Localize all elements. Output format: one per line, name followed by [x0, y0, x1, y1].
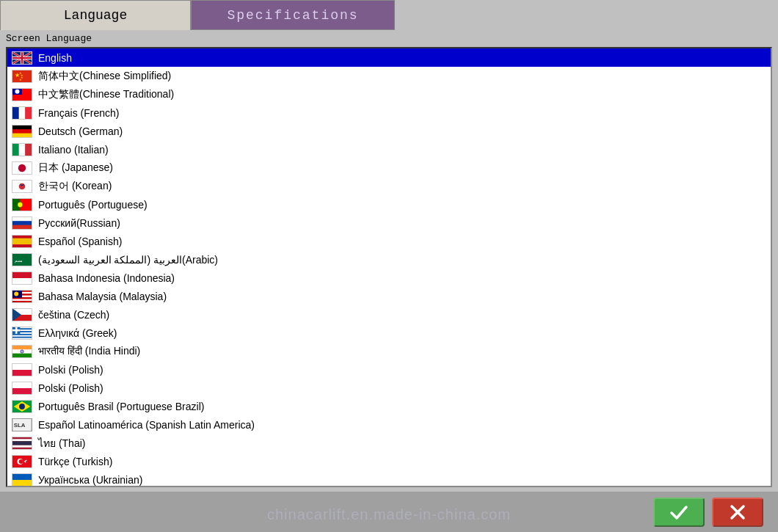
svg-rect-31 — [12, 238, 32, 244]
list-item[interactable]: English — [7, 48, 771, 67]
language-name: Русский(Russian) — [38, 217, 120, 229]
list-item[interactable]: Ελληνικά (Greek) — [7, 324, 771, 342]
language-name: Español Latinoamérica (Spanish Latin Ame… — [38, 419, 255, 431]
list-item[interactable]: भारतीय हिंदी (India Hindi) — [7, 342, 771, 360]
svg-rect-27 — [12, 216, 32, 221]
flag-icon: بسم — [12, 253, 32, 266]
svg-rect-16 — [12, 133, 32, 137]
svg-rect-28 — [12, 221, 32, 225]
flag-icon — [12, 180, 32, 193]
list-item[interactable]: ★★★★★简体中文(Chinese Simplified) — [7, 67, 771, 85]
flag-icon — [12, 272, 32, 285]
svg-rect-13 — [25, 106, 32, 119]
flag-icon — [12, 216, 32, 230]
svg-rect-30 — [12, 235, 32, 238]
language-name: Deutsch (German) — [38, 125, 123, 137]
svg-rect-79 — [12, 480, 32, 487]
list-item[interactable]: 日本 (Japanese) — [7, 158, 771, 177]
list-item[interactable]: Bahasa Malaysia (Malaysia) — [7, 287, 771, 305]
list-item[interactable]: Русский(Russian) — [7, 214, 771, 232]
svg-rect-62 — [12, 382, 32, 388]
list-item[interactable]: Bahasa Indonesia (Indonesia) — [7, 269, 771, 287]
list-item[interactable]: SLAEspañol Latinoamérica (Spanish Latin … — [7, 415, 771, 434]
language-name: Українська (Ukrainian) — [38, 474, 142, 486]
flag-icon — [12, 382, 32, 395]
svg-rect-72 — [12, 445, 32, 447]
tab-language[interactable]: Language — [0, 0, 191, 30]
list-item[interactable]: Polski (Polish) — [7, 379, 771, 397]
svg-rect-11 — [12, 106, 19, 119]
list-item[interactable]: بسمالعربية (المملكة العربية السعودية)(Ar… — [7, 250, 771, 269]
language-name: English — [38, 52, 72, 64]
tab-specifications-label: Specifications — [227, 8, 358, 23]
svg-point-59 — [21, 349, 23, 352]
ok-button[interactable] — [653, 498, 705, 527]
list-item[interactable]: Português (Portuguese) — [7, 195, 771, 214]
svg-rect-32 — [12, 244, 32, 247]
flag-icon — [12, 473, 32, 487]
screen-language-label: Screen Language — [0, 30, 778, 47]
flag-icon — [12, 51, 32, 65]
language-name: Polski (Polish) — [38, 364, 103, 376]
language-list[interactable]: English★★★★★简体中文(Chinese Simplified)中文繁體… — [6, 47, 772, 487]
svg-text:بسم: بسم — [15, 258, 23, 263]
language-name: Português Brasil (Portuguese Brazil) — [38, 401, 204, 412]
language-name: 中文繁體(Chinese Traditional) — [38, 88, 174, 101]
svg-rect-61 — [12, 370, 32, 376]
svg-rect-52 — [12, 338, 32, 339]
list-item[interactable]: Português Brasil (Portuguese Brazil) — [7, 397, 771, 415]
language-name: Bahasa Malaysia (Malaysia) — [38, 291, 167, 302]
tab-specifications[interactable]: Specifications — [191, 0, 395, 30]
list-item[interactable]: Polski (Polish) — [7, 360, 771, 379]
list-item[interactable]: Italiano (Italian) — [7, 140, 771, 158]
list-item[interactable]: Français (French) — [7, 103, 771, 122]
flag-icon — [12, 308, 32, 321]
svg-point-26 — [18, 202, 23, 207]
list-item[interactable]: Deutsch (German) — [7, 122, 771, 140]
flag-icon — [12, 106, 32, 120]
language-name: 日本 (Japanese) — [38, 161, 113, 175]
list-item[interactable]: 한국어 (Korean) — [7, 177, 771, 195]
list-item[interactable]: Español (Spanish) — [7, 232, 771, 250]
flag-icon — [12, 198, 32, 211]
list-item[interactable]: 中文繁體(Chinese Traditional) — [7, 85, 771, 103]
svg-point-75 — [19, 459, 23, 463]
language-name: भारतीय हिंदी (India Hindi) — [38, 345, 140, 357]
language-name: Bahasa Indonesia (Indonesia) — [38, 272, 175, 284]
svg-rect-18 — [19, 143, 26, 156]
svg-rect-36 — [12, 278, 32, 285]
svg-point-10 — [15, 89, 19, 93]
svg-rect-40 — [12, 299, 32, 300]
svg-rect-8 — [12, 95, 32, 101]
svg-rect-63 — [12, 388, 32, 395]
svg-text:★: ★ — [19, 78, 22, 81]
svg-point-42 — [14, 291, 18, 296]
flag-icon — [12, 88, 32, 101]
svg-rect-19 — [25, 143, 32, 156]
language-name: 简体中文(Chinese Simplified) — [38, 70, 171, 83]
svg-rect-15 — [12, 129, 32, 133]
flag-icon: ★★★★★ — [12, 70, 32, 83]
language-name: Italiano (Italian) — [38, 144, 109, 156]
language-name: Türkçe (Turkish) — [38, 456, 112, 467]
svg-rect-17 — [12, 143, 19, 156]
svg-rect-56 — [12, 345, 32, 349]
svg-rect-12 — [19, 106, 26, 119]
list-item[interactable]: ไทย (Thai) — [7, 434, 771, 452]
list-item[interactable]: Türkçe (Turkish) — [7, 452, 771, 470]
flag-icon — [12, 235, 32, 248]
flag-icon — [12, 437, 32, 450]
language-name: العربية (المملكة العربية السعودية)(Arabi… — [38, 254, 218, 266]
language-name: čeština (Czech) — [38, 309, 109, 321]
flag-icon — [12, 125, 32, 138]
language-name: ไทย (Thai) — [38, 435, 85, 451]
svg-rect-71 — [12, 441, 32, 445]
cancel-button[interactable] — [712, 498, 763, 527]
svg-rect-60 — [12, 363, 32, 370]
svg-text:SLA: SLA — [14, 422, 26, 429]
svg-point-21 — [18, 164, 26, 171]
flag-icon — [12, 345, 32, 358]
svg-rect-14 — [12, 125, 32, 129]
list-item[interactable]: čeština (Czech) — [7, 305, 771, 324]
list-item[interactable]: Українська (Ukrainian) — [7, 470, 771, 487]
